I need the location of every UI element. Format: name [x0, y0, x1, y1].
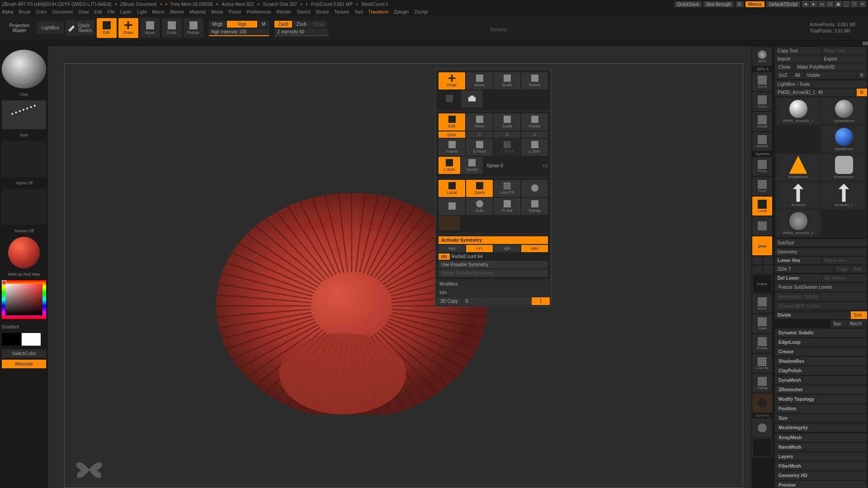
zcut-button[interactable]: Zcut: [311, 21, 327, 28]
del-higher-button[interactable]: Del Higher: [821, 274, 868, 282]
tool-thumb-2[interactable]: AlphaBrush: [821, 126, 866, 153]
tool-name-field[interactable]: PM3D_Arrow3D_1. 49: [775, 89, 856, 96]
use-posable-button[interactable]: Use Posable Symmetry: [439, 261, 548, 268]
menu-texture[interactable]: Texture: [334, 9, 349, 14]
rotate-mode-button[interactable]: Rotate: [184, 18, 203, 38]
claypolish-item[interactable]: ClayPolish: [775, 366, 867, 375]
transp-right-button[interactable]: Transp: [752, 374, 772, 393]
aahalf-button[interactable]: AAHalf: [752, 132, 772, 151]
win-minimize-icon[interactable]: _: [843, 1, 850, 7]
menu-file[interactable]: File: [108, 9, 115, 14]
info-header[interactable]: Info: [437, 289, 550, 296]
projection-master-button[interactable]: Projection Master: [4, 23, 35, 33]
scale-right-button[interactable]: Scale: [752, 314, 772, 333]
lightbox-button[interactable]: LightBox: [37, 22, 64, 34]
geometryhd-item[interactable]: Geometry HD: [775, 471, 867, 480]
sym-x-button[interactable]: >X<: [439, 245, 465, 252]
win-next-icon[interactable]: ►: [810, 1, 817, 7]
sphere-button[interactable]: [521, 180, 548, 197]
ghost-button[interactable]: [439, 198, 465, 215]
tool-r-button[interactable]: R: [857, 89, 867, 96]
popup-gizmo-move-button[interactable]: Move: [466, 113, 493, 131]
zremesher-item[interactable]: ZRemesher: [775, 385, 867, 394]
menu-light[interactable]: Light: [137, 9, 147, 14]
cage-button[interactable]: Cage: [834, 265, 850, 273]
popup-gizmo-rotate-button[interactable]: Rotate: [521, 113, 548, 131]
transp-button[interactable]: Transp: [521, 198, 548, 215]
quicksave-button[interactable]: QuickSave: [675, 1, 702, 7]
stroke-preview[interactable]: [2, 100, 46, 129]
color-picker[interactable]: [2, 280, 46, 319]
tool-thumb-3[interactable]: SimpleBrush: [776, 154, 821, 181]
win-panel-icon[interactable]: ▣: [835, 1, 842, 7]
edit-mode-button[interactable]: Edit: [97, 18, 117, 38]
menus-button[interactable]: Menus: [745, 1, 764, 7]
tool-thumb-1[interactable]: SphereBrush: [821, 98, 866, 125]
make-polymesh-button[interactable]: Make PolyMesh3D: [794, 63, 867, 71]
arraymesh-item[interactable]: ArrayMesh: [775, 433, 867, 442]
menu-marker[interactable]: Marker: [170, 9, 184, 14]
copy-tool-button[interactable]: Copy Tool: [775, 47, 821, 55]
menu-stroke[interactable]: Stroke: [316, 9, 329, 14]
draw-mode-button[interactable]: Draw: [118, 18, 138, 38]
alpha-preview[interactable]: [2, 141, 46, 177]
menu-zscript[interactable]: Zscript: [414, 9, 428, 14]
modifiers-header[interactable]: Modifiers: [437, 280, 550, 288]
tool-thumb-4[interactable]: EraserBrush: [821, 154, 866, 181]
popup-scale-button[interactable]: Scale: [494, 72, 520, 89]
default-zscript[interactable]: DefaultZScript: [766, 1, 800, 7]
menu-stencil[interactable]: Stencil: [297, 9, 310, 14]
popup-snapshot-button[interactable]: [439, 90, 460, 108]
radial-count-slider[interactable]: RadialCount 64: [452, 253, 548, 260]
seethrough-value[interactable]: 0: [736, 1, 744, 7]
tool-thumb-0[interactable]: PM3D_Arrow3D_1: [776, 98, 821, 125]
actual-button[interactable]: Actual: [752, 112, 772, 131]
popup-gizmo-scale-button[interactable]: Scale: [494, 113, 520, 131]
q-small-1[interactable]: [752, 256, 762, 264]
qx-button[interactable]: ⊙: [466, 131, 493, 138]
popup-move-button[interactable]: Move: [466, 72, 493, 89]
win-maximize-icon[interactable]: □: [851, 1, 858, 7]
crease-item[interactable]: Crease: [775, 347, 867, 356]
menu-layer[interactable]: Layer: [120, 9, 132, 14]
menu-alpha[interactable]: Alpha: [2, 9, 14, 14]
frame-button[interactable]: Frame: [439, 139, 465, 156]
solo-button[interactable]: Solo: [466, 198, 493, 215]
primary-color-swatch[interactable]: [22, 333, 41, 346]
cpivot-button[interactable]: C.Pivot: [494, 139, 520, 156]
geometry-header[interactable]: Geometry: [775, 248, 867, 256]
3d-copy-button[interactable]: 3D Copy: [437, 297, 462, 305]
3d-copy-1[interactable]: 1: [532, 297, 550, 305]
divide-button[interactable]: Divide: [775, 311, 850, 319]
qy-button[interactable]: ⊙: [494, 131, 520, 138]
layers-item[interactable]: Layers: [775, 452, 867, 461]
xpose-button[interactable]: Xpose: [461, 157, 483, 174]
move-mode-button[interactable]: Move: [140, 18, 160, 38]
popup-edit-button[interactable]: Edit: [439, 113, 465, 131]
menu-edit[interactable]: Edit: [94, 9, 102, 14]
clone-button[interactable]: Clone: [775, 63, 794, 71]
win-prev-icon[interactable]: ◄: [802, 1, 809, 7]
ghost-right-button[interactable]: [752, 418, 772, 437]
menu-render[interactable]: Render: [277, 9, 292, 14]
mrgb-button[interactable]: Mrgb: [209, 21, 226, 28]
edgeloop-item[interactable]: EdgeLoop: [775, 338, 867, 347]
solo-right-button[interactable]: [752, 394, 772, 413]
qz-button[interactable]: ⊙: [521, 131, 548, 138]
sdiv-slider[interactable]: SDiv 7: [775, 265, 834, 273]
popup-rotate-button[interactable]: Rotate: [521, 72, 548, 89]
qxyz-right-button[interactable]: Qxyz: [752, 236, 772, 255]
quick-sketch-button[interactable]: Quick Sketch: [66, 20, 95, 36]
menu-color[interactable]: Color: [36, 9, 47, 14]
ptsel-button[interactable]: Pt Sel: [494, 198, 520, 215]
win-float-icon[interactable]: ▭: [818, 1, 826, 7]
texture-preview[interactable]: [2, 189, 46, 225]
m-button[interactable]: M: [258, 21, 269, 28]
lower-res-button[interactable]: Lower Res: [775, 257, 821, 264]
subtool-header[interactable]: SubTool: [775, 239, 867, 247]
modify-topology-item[interactable]: Modify Topology: [775, 395, 867, 404]
nanomesh-item[interactable]: NanoMesh: [775, 443, 867, 451]
export-button[interactable]: Export: [821, 55, 868, 63]
freeze-subdiv-button[interactable]: Freeze SubDivision Levels: [775, 283, 867, 291]
brush-preview[interactable]: [2, 50, 46, 89]
